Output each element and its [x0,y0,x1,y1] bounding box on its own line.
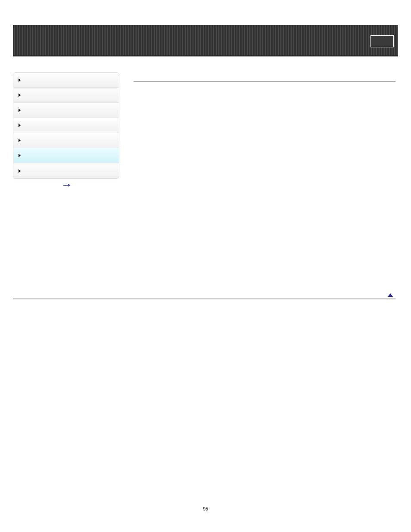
caret-right-icon [19,169,21,173]
footer-divider [13,299,395,299]
svg-marker-1 [68,184,70,187]
sidebar-item-3[interactable] [13,118,119,133]
caret-right-icon [19,154,21,157]
sidebar-item-6[interactable] [13,163,119,178]
top-of-page-link[interactable] [13,293,395,297]
sidebar-item-0[interactable] [13,73,119,88]
arrow-right-icon [63,183,69,187]
sidebar-item-4[interactable] [13,133,119,148]
triangle-up-icon [388,293,393,297]
sidebar-item-1[interactable] [13,88,119,103]
section-divider [134,81,395,82]
footer-bar [13,293,395,299]
sidebar-item-5[interactable] [13,148,119,163]
caret-right-icon [19,109,21,112]
caret-right-icon [19,139,21,142]
main-content [134,72,395,88]
caret-right-icon [19,124,21,127]
banner-badge [371,35,394,47]
caret-right-icon [19,78,21,82]
expand-all-link[interactable] [13,183,119,188]
sidebar-item-2[interactable] [13,103,119,118]
sidebar-nav [13,72,119,179]
header-banner [13,25,398,56]
page-number: 95 [0,506,411,511]
caret-right-icon [19,93,21,97]
